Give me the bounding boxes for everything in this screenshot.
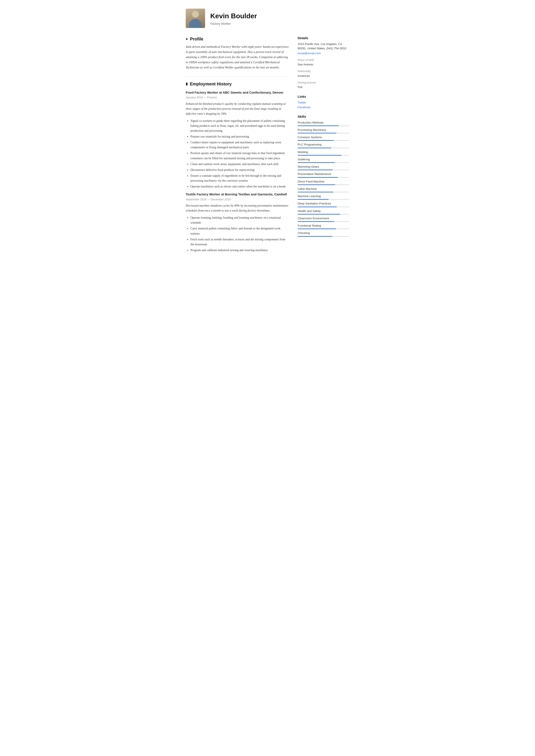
skill-bar-background	[297, 192, 349, 192]
avatar	[186, 9, 205, 28]
skill-bar-background	[297, 221, 349, 222]
header-info: Kevin Boulder Factory Worker	[210, 11, 257, 26]
skill-bar-background	[297, 170, 349, 170]
list-item: Signal co-workers to guide them regardin…	[190, 118, 289, 133]
skill-item: Preventative Maintenance	[297, 172, 349, 178]
profile-section: ● Profile Task driven and methodical Fac…	[186, 36, 289, 70]
list-item: Conduct minor repairs to equipment and m…	[190, 140, 289, 150]
list-item: Ensure a constant supply of ingredients …	[190, 173, 289, 183]
list-item: Position spouts and chutes of raw materi…	[190, 151, 289, 160]
skill-item: Cleanroom Environment	[297, 216, 349, 222]
address-text: 1515 Pacific Ave, Los Angeles, CA 90291,…	[297, 42, 349, 51]
skill-bar-background	[297, 199, 349, 200]
skill-bar-fill	[297, 207, 337, 207]
skill-bar-background	[297, 177, 349, 178]
skill-bar-fill	[297, 170, 333, 170]
header: Kevin Boulder Factory Worker	[186, 9, 349, 28]
skill-bar-background	[297, 126, 349, 126]
main-layout: ● Profile Task driven and methodical Fac…	[186, 36, 349, 259]
skill-bar-background	[297, 184, 349, 185]
skill-name: Skimming Gears	[297, 165, 349, 169]
candidate-name: Kevin Boulder	[210, 11, 257, 21]
place-of-birth-value: San Antonio	[297, 62, 349, 67]
job-2-date: September 2016 — December 2018	[186, 197, 289, 202]
nationality-label: Nationality	[297, 69, 349, 73]
right-column: Details 1515 Pacific Ave, Los Angeles, C…	[297, 36, 349, 259]
twitter-link[interactable]: Twitter	[297, 100, 349, 105]
driving-license-label: Driving license	[297, 80, 349, 85]
skill-bar-fill	[297, 192, 333, 192]
job-1-bullets: Signal co-workers to guide them regardin…	[186, 118, 289, 189]
skill-item: Deep Sanitation Practices	[297, 201, 349, 207]
email-link[interactable]: email@email.com	[297, 52, 321, 55]
list-item: Operate looming, knitting, braiding and …	[190, 215, 289, 225]
skill-bar-background	[297, 133, 349, 133]
skill-bar-fill	[297, 140, 334, 141]
skill-bar-fill	[297, 133, 336, 133]
job-1-desc: Enhanced the finished product's quality …	[186, 101, 289, 116]
profile-section-title: ● Profile	[186, 36, 289, 42]
profile-text: Task driven and methodical Factory Worke…	[186, 44, 289, 70]
skill-item: Health and Safety	[297, 209, 349, 214]
facebook-link[interactable]: Facebook	[297, 105, 349, 110]
skill-item: Conveyor Systems	[297, 135, 349, 141]
skill-bar-background	[297, 236, 349, 237]
job-1-date: January 2019 — Present	[186, 95, 289, 99]
skill-name: Processing Machinery	[297, 128, 349, 132]
skill-bar-background	[297, 140, 349, 141]
links-list: Twitter Facebook	[297, 100, 349, 110]
skill-bar-fill	[297, 229, 336, 229]
skill-name: Health and Safety	[297, 209, 349, 213]
skill-bar-fill	[297, 126, 339, 126]
skill-name: Lathe Machine	[297, 187, 349, 191]
list-item: Deconstruct defective food products for …	[190, 167, 289, 172]
skill-name: Production Methods	[297, 121, 349, 125]
skill-name: Direct Feed Machine	[297, 180, 349, 184]
skill-name: Welding	[297, 150, 349, 154]
skill-bar-fill	[297, 177, 338, 178]
list-item: Carry material pallets containing fabric…	[190, 226, 289, 236]
skill-bar-fill	[297, 199, 329, 200]
skill-item: Direct Feed Machine	[297, 180, 349, 185]
skill-item: Production Methods	[297, 121, 349, 126]
skill-item: Skimming Gears	[297, 165, 349, 170]
list-item: Clean and sanitize work areas, equipment…	[190, 162, 289, 167]
skills-list: Production Methods Processing Machinery …	[297, 121, 349, 237]
skill-name: Functional Testing	[297, 224, 349, 228]
skill-name: Machine Learning	[297, 194, 349, 198]
skills-title: Skills	[297, 114, 349, 119]
employment-section-title: ▮ Employment History	[186, 81, 289, 87]
skill-item: PLC Programming	[297, 142, 349, 148]
job-1: Food Factory Worker at ABC Sweets and Co…	[186, 90, 289, 189]
job-1-title: Food Factory Worker at ABC Sweets and Co…	[186, 90, 289, 95]
list-item: Program and calibrate industrial sewing …	[190, 248, 289, 253]
skill-bar-background	[297, 214, 349, 214]
skill-name: Deep Sanitation Practices	[297, 201, 349, 206]
skill-bar-background	[297, 229, 349, 229]
links-section: Links Twitter Facebook	[297, 94, 349, 110]
skill-bar-fill	[297, 155, 342, 155]
skill-item: Functional Testing	[297, 224, 349, 229]
skill-bar-background	[297, 148, 349, 148]
list-item: Prepare raw materials for mixing and pro…	[190, 134, 289, 139]
job-2-bullets: Operate looming, knitting, braiding and …	[186, 215, 289, 253]
skill-item: Welding	[297, 150, 349, 155]
profile-icon: ●	[186, 36, 188, 42]
details-section: Details 1515 Pacific Ave, Los Angeles, C…	[297, 36, 349, 90]
skills-section: Skills Production Methods Processing Mac…	[297, 114, 349, 237]
links-title: Links	[297, 94, 349, 99]
skill-item: Machine Learning	[297, 194, 349, 200]
skill-name: Checking	[297, 231, 349, 235]
candidate-title: Factory Worker	[210, 21, 257, 26]
skill-name: Conveyor Systems	[297, 135, 349, 139]
skill-item: Processing Machinery	[297, 128, 349, 133]
employment-icon: ▮	[186, 81, 188, 87]
avatar-image	[186, 9, 205, 28]
details-title: Details	[297, 36, 349, 41]
employment-section: ▮ Employment History Food Factory Worker…	[186, 81, 289, 253]
skill-bar-fill	[297, 214, 340, 214]
resume-page: Kevin Boulder Factory Worker ● Profile T…	[175, 0, 360, 270]
skill-bar-background	[297, 155, 349, 155]
skill-bar-fill	[297, 184, 335, 185]
skill-bar-background	[297, 207, 349, 207]
